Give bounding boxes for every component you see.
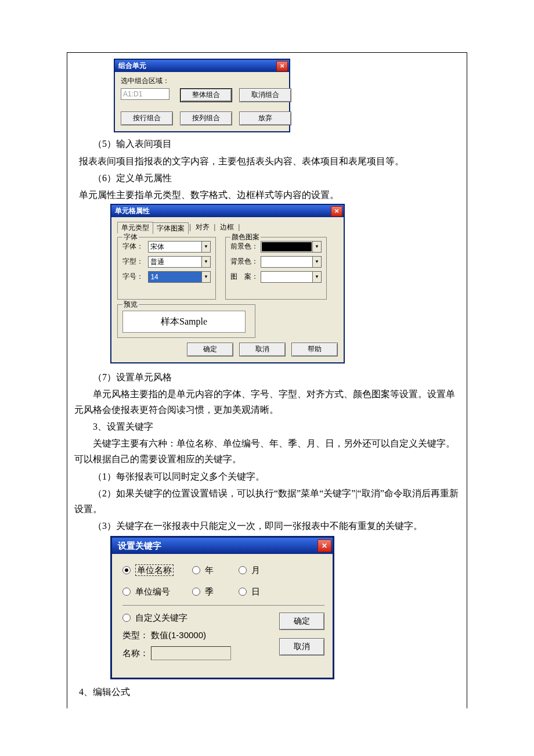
radio-quarter[interactable]: 季 xyxy=(192,586,239,597)
tab-font-pattern[interactable]: 字体图案 xyxy=(153,222,189,233)
radio-icon xyxy=(239,566,247,574)
ok-button[interactable]: 确定 xyxy=(279,613,324,630)
bullet-1: （1）每张报表可以同时定义多个关键字。 xyxy=(74,469,460,484)
fg-select[interactable]: ▼ xyxy=(261,241,322,253)
help-button[interactable]: 帮助 xyxy=(291,343,338,357)
radio-unit-code[interactable]: 单位编号 xyxy=(122,586,192,597)
type-value: 数值(1-30000) xyxy=(151,630,206,640)
tab-align[interactable]: 对齐 xyxy=(192,222,213,233)
cancel-button[interactable]: 取消 xyxy=(279,638,324,656)
radio-year[interactable]: 年 xyxy=(192,564,239,576)
whole-combine-button[interactable]: 整体组合 xyxy=(180,88,232,102)
section-5-body: 报表表间项目指报表的文字内容，主要包括表头内容、表体项目和表尾项目等。 xyxy=(79,153,460,169)
cell-properties-dialog: 单元格属性 ✕ 单元类型 字体图案 | 对齐 | 边框 | xyxy=(110,204,460,363)
font-group-legend: 字体 xyxy=(122,233,139,241)
dialog-title: 设置关键字 xyxy=(118,541,161,551)
bullet-2: （2）如果关键字的位置设置错误，可以执行“数据”菜单“关键字”|“取消”命令取消… xyxy=(74,485,460,517)
style-select[interactable]: 普通 ▼ xyxy=(148,256,211,268)
abort-button[interactable]: 放弃 xyxy=(239,111,291,125)
cancel-button[interactable]: 取消 xyxy=(239,343,286,357)
font-select[interactable]: 宋体 ▼ xyxy=(148,241,211,253)
radio-icon xyxy=(192,588,200,596)
chevron-down-icon[interactable]: ▼ xyxy=(201,242,210,252)
pattern-label: 图 案： xyxy=(230,272,257,280)
chevron-down-icon[interactable]: ▼ xyxy=(312,272,321,282)
tab-border[interactable]: 边框 xyxy=(217,222,237,233)
preview-legend: 预览 xyxy=(122,300,139,308)
dialog-title: 组合单元 xyxy=(118,62,146,70)
section-6-title: （6）定义单元属性 xyxy=(74,170,460,186)
combine-by-col-button[interactable]: 按列组合 xyxy=(180,111,232,125)
section-6-body: 单元属性主要指单元类型、数字格式、边框样式等内容的设置。 xyxy=(79,187,460,203)
radio-icon xyxy=(122,588,131,596)
tab-row: 单元类型 字体图案 | 对齐 | 边框 | xyxy=(117,222,338,233)
preview-box: 样本Sample xyxy=(122,311,246,333)
section-4-title: 4、编辑公式 xyxy=(79,684,460,700)
tab-cell-type[interactable]: 单元类型 xyxy=(117,222,153,233)
dialog-titlebar[interactable]: 组合单元 ✕ xyxy=(115,60,289,72)
section-5-title: （5）输入表间项目 xyxy=(74,136,460,152)
region-input[interactable]: A1:D1 xyxy=(121,88,169,100)
bg-swatch xyxy=(262,257,312,267)
bg-select[interactable]: ▼ xyxy=(261,256,322,268)
radio-unit-name[interactable]: 单位名称 xyxy=(122,564,192,576)
combine-by-row-button[interactable]: 按行组合 xyxy=(121,111,173,125)
pattern-swatch xyxy=(262,272,312,282)
ok-button[interactable]: 确定 xyxy=(187,343,233,357)
name-input[interactable] xyxy=(151,646,231,660)
bg-label: 背景色： xyxy=(230,257,257,265)
section-7-body: 单元风格主要指的是单元内容的字体、字号、字型、对齐方式、颜色图案等设置。设置单元… xyxy=(74,386,460,417)
radio-icon xyxy=(122,614,131,622)
dialog-titlebar[interactable]: 单元格属性 ✕ xyxy=(111,205,344,217)
close-icon[interactable]: ✕ xyxy=(276,61,288,71)
chevron-down-icon[interactable]: ▼ xyxy=(201,257,210,267)
section-3-title: 3、设置关键字 xyxy=(74,419,460,434)
region-label: 选中组合区域： xyxy=(121,77,283,85)
pattern-select[interactable]: ▼ xyxy=(261,271,322,283)
cancel-combine-button[interactable]: 取消组合 xyxy=(239,88,291,102)
style-label: 字型： xyxy=(122,257,145,265)
color-group-legend: 颜色图案 xyxy=(230,233,261,241)
set-keyword-dialog: 设置关键字 ✕ 单位名称 年 xyxy=(110,536,460,679)
fg-swatch xyxy=(262,242,312,251)
radio-custom[interactable]: 自定义关键字 xyxy=(122,613,269,623)
dialog-titlebar[interactable]: 设置关键字 ✕ xyxy=(112,538,333,554)
type-label: 类型： xyxy=(122,630,149,640)
name-label: 名称： xyxy=(122,648,149,658)
close-icon[interactable]: ✕ xyxy=(317,539,331,552)
size-label: 字号： xyxy=(122,272,145,280)
radio-icon xyxy=(239,588,247,596)
radio-month[interactable]: 月 xyxy=(239,564,285,576)
chevron-down-icon[interactable]: ▼ xyxy=(312,242,321,252)
section-3-body: 关键字主要有六种：单位名称、单位编号、年、季、月、日，另外还可以自定义关键字。可… xyxy=(74,435,460,467)
font-label: 字体： xyxy=(122,242,145,250)
radio-day[interactable]: 日 xyxy=(239,586,285,597)
close-icon[interactable]: ✕ xyxy=(331,206,342,217)
chevron-down-icon[interactable]: ▼ xyxy=(201,272,210,282)
dialog-title: 单元格属性 xyxy=(115,207,150,215)
size-select[interactable]: 14 ▼ xyxy=(148,271,211,283)
radio-icon xyxy=(192,566,200,574)
radio-icon xyxy=(122,566,131,574)
fg-label: 前景色： xyxy=(230,242,257,250)
chevron-down-icon[interactable]: ▼ xyxy=(312,257,321,267)
section-7-title: （7）设置单元风格 xyxy=(74,369,460,385)
bullet-3: （3）关键字在一张报表中只能定义一次，即同一张报表中不能有重复的关键字。 xyxy=(74,518,460,534)
combine-cells-dialog: 组合单元 ✕ 选中组合区域： A1:D1 整体组合 取消组合 按行组合 按列组合… xyxy=(114,59,460,132)
